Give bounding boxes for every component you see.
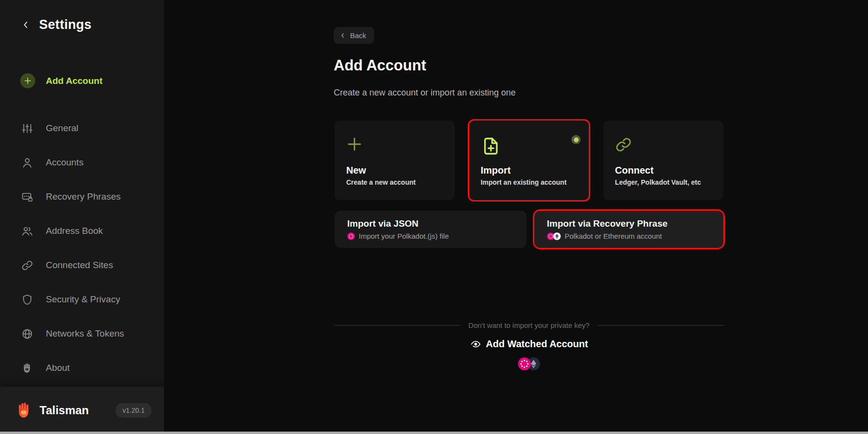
sidebar-item-label: Networks & Tokens: [46, 328, 124, 339]
card-subtitle: Create a new account: [346, 178, 446, 186]
card-new-account[interactable]: New Create a new account: [335, 121, 455, 200]
card-title: Connect: [615, 165, 715, 176]
file-plus-icon: [481, 136, 581, 159]
sidebar-item-label: Accounts: [46, 157, 83, 168]
recovery-phrase-icon: [21, 191, 33, 203]
sliders-icon: [21, 122, 33, 135]
link-icon: [615, 136, 715, 159]
button-subtitle: Polkadot or Ethereum account: [547, 232, 662, 240]
sidebar-item-label: Connected Sites: [46, 260, 113, 271]
talisman-logo-icon: [14, 401, 34, 420]
sidebar-item-security-privacy[interactable]: Security & Privacy: [21, 292, 124, 307]
link-icon: [21, 259, 33, 271]
sidebar-item-recovery-phrases[interactable]: Recovery Phrases: [21, 190, 124, 204]
sidebar-item-networks-tokens[interactable]: Networks & Tokens: [21, 326, 124, 341]
divider-text: Don't want to import your private key?: [468, 321, 589, 329]
polkadot-icon: [518, 357, 531, 370]
sidebar-menu: General Accounts Recovery Phrases Addres…: [21, 121, 124, 375]
add-account-label: Add Account: [46, 76, 103, 86]
import-options-row: Import via JSON Import your Polkadot.(js…: [335, 211, 723, 248]
card-title: New: [346, 165, 446, 176]
sidebar-item-label: General: [46, 123, 79, 134]
sidebar-item-about[interactable]: About: [21, 361, 124, 375]
import-via-recovery-phrase-button[interactable]: Import via Recovery Phrase Polkadot or E…: [534, 211, 723, 248]
add-watched-account-button[interactable]: Add Watched Account: [334, 339, 724, 350]
users-icon: [21, 225, 33, 237]
sidebar-item-label: Security & Privacy: [46, 294, 120, 305]
import-via-json-button[interactable]: Import via JSON Import your Polkadot.(js…: [335, 211, 527, 248]
plus-icon: [346, 136, 446, 159]
eye-icon: [470, 339, 481, 350]
brand-name: Talisman: [40, 404, 89, 417]
settings-title: Settings: [39, 17, 92, 32]
ethereum-icon: [553, 232, 561, 240]
card-import-account[interactable]: Import Import an existing account: [469, 121, 589, 200]
add-account-page: Back Add Account Create a new account or…: [164, 0, 868, 434]
sidebar-item-add-account[interactable]: Add Account: [20, 73, 103, 88]
button-subtitle-text: Import your Polkadot.(js) file: [359, 232, 449, 240]
sidebar-item-general[interactable]: General: [21, 121, 124, 136]
button-title: Import via JSON: [347, 218, 419, 229]
back-chevron-icon[interactable]: [21, 20, 30, 29]
sidebar: Settings Add Account General Accounts: [0, 0, 164, 434]
version-badge: v1.20.1: [116, 403, 151, 418]
chevron-left-icon: [339, 32, 346, 39]
page-subtitle: Create a new account or import an existi…: [334, 88, 515, 98]
supported-networks-icons: [334, 357, 724, 370]
account-method-cards: New Create a new account Import Import a…: [335, 121, 723, 200]
polkadot-icon: [347, 232, 355, 240]
card-title: Import: [481, 165, 581, 176]
sidebar-item-address-book[interactable]: Address Book: [21, 224, 124, 238]
plus-icon: [20, 73, 35, 88]
button-title: Import via Recovery Phrase: [547, 218, 667, 229]
card-subtitle: Import an existing account: [481, 178, 581, 186]
card-connect-account[interactable]: Connect Ledger, Polkadot Vault, etc: [603, 121, 723, 200]
globe-icon: [21, 328, 33, 340]
talisman-hand-icon: [21, 362, 33, 374]
horizontal-scrollbar[interactable]: [0, 432, 868, 434]
sidebar-item-label: Address Book: [46, 226, 103, 236]
divider-line: [597, 325, 724, 326]
button-subtitle: Import your Polkadot.(js) file: [347, 232, 449, 240]
sidebar-header: Settings: [21, 17, 92, 32]
divider-line: [334, 325, 461, 326]
sidebar-item-accounts[interactable]: Accounts: [21, 155, 124, 170]
sidebar-item-label: About: [46, 363, 70, 373]
page-title: Add Account: [334, 57, 426, 74]
back-button[interactable]: Back: [334, 27, 374, 44]
sidebar-footer: Talisman v1.20.1: [0, 387, 164, 434]
back-button-label: Back: [350, 31, 366, 40]
shield-icon: [21, 294, 33, 306]
sidebar-item-connected-sites[interactable]: Connected Sites: [21, 258, 124, 272]
button-subtitle-text: Polkadot or Ethereum account: [565, 232, 662, 240]
scrollbar-thumb[interactable]: [0, 432, 868, 434]
divider-row: Don't want to import your private key?: [334, 321, 724, 329]
card-subtitle: Ledger, Polkadot Vault, etc: [615, 178, 715, 186]
add-watched-account-label: Add Watched Account: [486, 339, 588, 350]
user-icon: [21, 157, 33, 169]
sidebar-item-label: Recovery Phrases: [46, 191, 121, 202]
